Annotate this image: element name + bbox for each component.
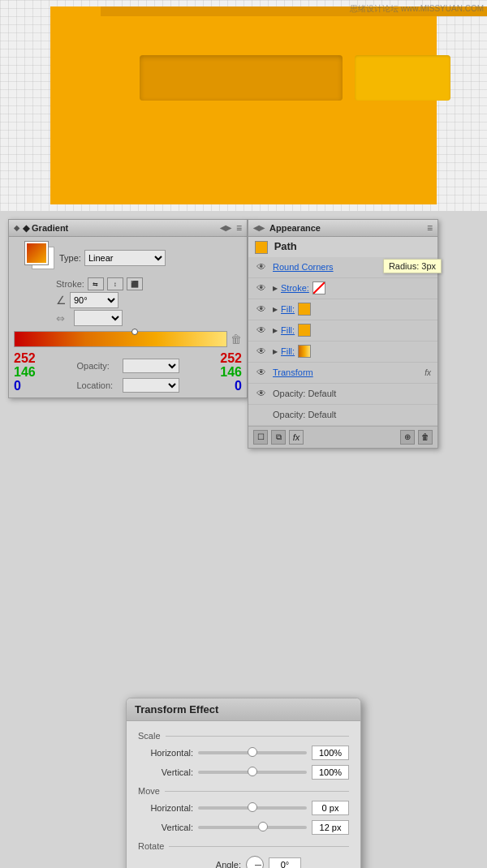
appearance-panel: ◀▶ Appearance ≡ Path 👁 Round Corners Rad… bbox=[248, 219, 438, 449]
delete-bottom-icon[interactable]: 🗑 bbox=[418, 430, 433, 445]
location-row: Location: bbox=[77, 378, 179, 393]
collapse-arrows-icon[interactable]: ◆ bbox=[14, 224, 19, 232]
angle-value-dialog[interactable] bbox=[269, 857, 301, 868]
gradient-bar[interactable] bbox=[14, 331, 227, 347]
layers-icon[interactable]: ⧉ bbox=[271, 430, 286, 445]
stop-r-right: 252 bbox=[220, 352, 242, 365]
fx-bottom-icon[interactable]: fx bbox=[289, 430, 304, 445]
row-triangle-fill2[interactable]: ▶ bbox=[273, 327, 278, 334]
appearance-panel-title: Appearance bbox=[269, 223, 321, 233]
gradient-panel: ◆ ◆ Gradient ◀▶ ≡ Type: Linear bbox=[8, 219, 248, 398]
app-path-header: Path bbox=[248, 237, 437, 257]
type-select[interactable]: Linear bbox=[84, 250, 166, 266]
move-v-slider[interactable] bbox=[198, 826, 307, 829]
radius-tooltip: Radius: 3px bbox=[383, 259, 442, 273]
transform-link[interactable]: Transform bbox=[273, 367, 313, 377]
row-triangle-fill3[interactable]: ▶ bbox=[273, 348, 278, 355]
transform-dialog: Transform Effect Scale Horizontal: Verti… bbox=[126, 698, 361, 868]
type-label: Type: bbox=[59, 253, 81, 263]
scale-h-label: Horizontal: bbox=[138, 748, 193, 758]
rotate-section-text: Rotate bbox=[138, 841, 169, 851]
copy-icon[interactable]: ⊕ bbox=[400, 430, 415, 445]
eye-icon-4[interactable]: 👁 bbox=[255, 324, 268, 337]
fx-label: fx bbox=[425, 368, 431, 377]
location-select[interactable] bbox=[123, 378, 179, 393]
color-stop-right: 252 146 0 bbox=[220, 352, 242, 393]
move-h-thumb[interactable] bbox=[248, 802, 257, 812]
layer-icon[interactable]: ☐ bbox=[253, 430, 268, 445]
fill3-swatch[interactable] bbox=[298, 345, 311, 358]
eye-icon-6[interactable]: 👁 bbox=[255, 366, 268, 379]
panels-area: ◆ ◆ Gradient ◀▶ ≡ Type: Linear bbox=[0, 211, 487, 868]
stroke-label: Stroke: bbox=[56, 279, 84, 289]
delete-icon[interactable]: 🗑 bbox=[231, 333, 242, 346]
angle-select[interactable]: 90° bbox=[70, 292, 119, 308]
canvas-small-rect bbox=[355, 55, 450, 101]
opacity-label: Opacity: bbox=[77, 361, 119, 371]
move-h-value[interactable] bbox=[312, 801, 349, 815]
location-label: Location: bbox=[77, 380, 119, 390]
canvas-orange-bg bbox=[50, 6, 437, 204]
move-v-label: Vertical: bbox=[138, 823, 193, 832]
app-row-fill-1: 👁 ▶ Fill: bbox=[248, 299, 437, 320]
scale-v-thumb[interactable] bbox=[248, 767, 257, 776]
stroke-link[interactable]: Stroke: bbox=[281, 283, 309, 293]
fill2-swatch[interactable] bbox=[298, 324, 311, 337]
panel-menu-icon[interactable]: ≡ bbox=[236, 222, 242, 234]
angle-row-dialog: Angle: bbox=[138, 856, 349, 868]
fill2-link[interactable]: Fill: bbox=[281, 325, 295, 335]
angle-dial-hand bbox=[255, 865, 261, 866]
gradient-swatch-main[interactable] bbox=[25, 242, 48, 264]
gradient-body: Type: Linear Stroke: ⇆ ↕ ⬛ ∠ bbox=[9, 237, 247, 397]
path-label: Path bbox=[274, 240, 297, 252]
eye-icon-7[interactable]: 👁 bbox=[255, 387, 268, 400]
color-stops-row: 252 146 0 Opacity: Location: bbox=[14, 352, 242, 393]
app-row-transform: 👁 Transform fx bbox=[248, 363, 437, 384]
aspect-row: ⇔ bbox=[14, 310, 242, 326]
row-triangle-stroke[interactable]: ▶ bbox=[273, 285, 278, 292]
canvas-inner-rect bbox=[140, 55, 343, 101]
gradient-swatch-group bbox=[14, 242, 53, 274]
stop-g-left: 146 bbox=[14, 366, 36, 379]
round-corners-link[interactable]: Round Corners bbox=[273, 262, 334, 272]
eye-icon-1[interactable]: 👁 bbox=[255, 260, 268, 273]
panel-resize-icon: ◀▶ bbox=[220, 224, 231, 232]
stroke-btn-3[interactable]: ⬛ bbox=[127, 277, 143, 290]
scale-section-text: Scale bbox=[138, 731, 166, 741]
stroke-btn-1[interactable]: ⇆ bbox=[88, 277, 104, 290]
opacity-select[interactable] bbox=[123, 359, 179, 373]
angle-dial[interactable] bbox=[246, 856, 264, 868]
stroke-btn-2[interactable]: ↕ bbox=[107, 277, 123, 290]
aspect-select[interactable] bbox=[74, 310, 123, 326]
scale-v-slider[interactable] bbox=[198, 771, 307, 774]
move-v-thumb[interactable] bbox=[258, 822, 268, 831]
gradient-bar-row: 🗑 bbox=[14, 331, 242, 347]
scale-h-value[interactable] bbox=[312, 746, 349, 760]
move-h-slider[interactable] bbox=[198, 806, 307, 810]
gradient-bar-handle[interactable] bbox=[131, 329, 138, 335]
angle-label-dialog: Angle: bbox=[186, 860, 241, 868]
scale-section-label: Scale bbox=[138, 731, 349, 741]
move-v-value[interactable] bbox=[312, 820, 349, 835]
appearance-resize-icon: ◀▶ bbox=[253, 224, 265, 232]
color-stop-left: 252 146 0 bbox=[14, 352, 36, 393]
fill3-link[interactable]: Fill: bbox=[281, 346, 295, 356]
stroke-swatch[interactable] bbox=[312, 281, 325, 294]
app-row-fill-3: 👁 ▶ Fill: bbox=[248, 342, 437, 363]
appearance-body: Path 👁 Round Corners Radius: 3px 👁 ▶ Str… bbox=[248, 237, 437, 448]
eye-icon-3[interactable]: 👁 bbox=[255, 303, 268, 316]
scale-h-thumb[interactable] bbox=[248, 747, 257, 757]
eye-icon-2[interactable]: 👁 bbox=[255, 281, 268, 294]
app-row-opacity-1: 👁 Opacity: Default bbox=[248, 384, 437, 405]
scale-v-value[interactable] bbox=[312, 765, 349, 780]
scale-h-slider[interactable] bbox=[198, 751, 307, 754]
appearance-menu-icon[interactable]: ≡ bbox=[427, 222, 433, 234]
fill1-swatch[interactable] bbox=[298, 303, 311, 316]
angle-row: ∠ 90° bbox=[14, 292, 242, 308]
row-triangle-fill1[interactable]: ▶ bbox=[273, 306, 278, 313]
dialog-title: Transform Effect bbox=[127, 698, 360, 721]
canvas-area: 思绪设计论坛 www.MISSYUAN.COM bbox=[0, 0, 487, 211]
eye-icon-5[interactable]: 👁 bbox=[255, 345, 268, 358]
radius-value: Radius: 3px bbox=[389, 261, 436, 271]
fill1-link[interactable]: Fill: bbox=[281, 304, 295, 314]
